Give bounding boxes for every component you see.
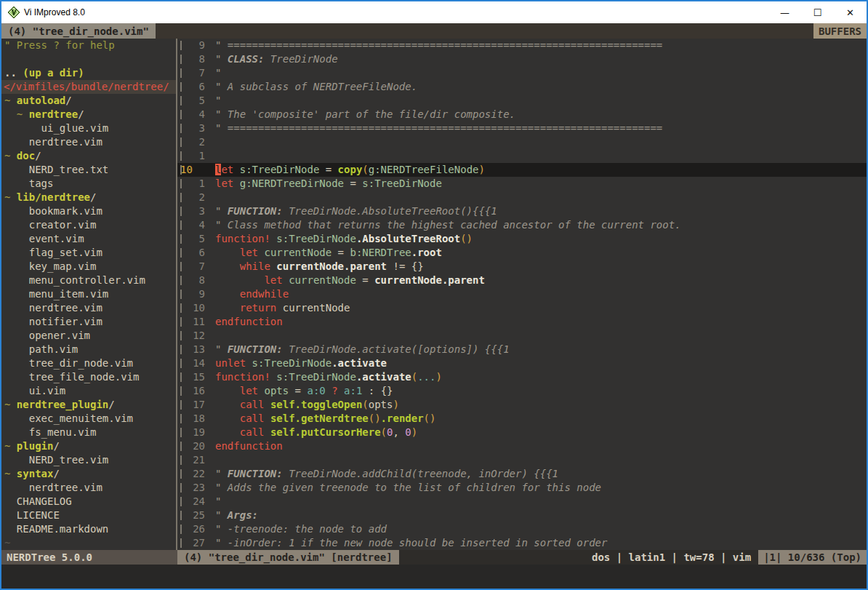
tree-item-file[interactable]: tree_file_node.vim [1,370,176,384]
fold-column-icon [177,345,186,354]
tab-active-buffer[interactable]: (4) "tree_dir_node.vim" [1,23,156,39]
dir-open-tilde-icon: ~ [4,108,29,120]
line-number: 16 [186,384,205,398]
tree-item-file[interactable]: CHANGELOG [1,495,176,509]
fold-column-icon [177,455,186,465]
tree-item-file[interactable]: opener.vim [1,329,176,343]
code-text: " FUNCTION: TreeDirNode.addChild(treenod… [205,467,558,481]
code-line[interactable]: 17 call self.toggleOpen(opts) [177,398,867,412]
tree-item-file[interactable]: creator.vim [1,218,176,232]
tree-item-dir[interactable]: ~ doc/ [1,149,176,163]
tree-item-dir[interactable]: ~ plugin/ [1,439,176,453]
code-line[interactable]: 9 endwhile [177,287,867,301]
code-text: " FUNCTION: TreeDirNode.activate([option… [205,343,510,356]
tree-item-file[interactable]: flag_set.vim [1,246,176,260]
code-line[interactable]: 6 let currentNode = b:NERDTree.root [177,246,867,260]
code-text: " [205,66,221,80]
code-line[interactable]: 13" FUNCTION: TreeDirNode.activate([opti… [177,343,867,356]
tree-item-file[interactable]: tree_dir_node.vim [1,356,176,370]
code-text: let g:NERDTreeDirNode = s:TreeDirNode [205,177,442,191]
fold-column-icon [177,317,186,327]
code-line[interactable]: 3" =====================================… [177,121,867,135]
dir-name: syntax [17,468,54,479]
code-line[interactable]: 2 [177,191,867,204]
tree-item-file[interactable]: ui.vim [1,384,176,398]
code-line[interactable]: 24" [177,495,867,509]
code-line[interactable]: 5" [177,94,867,108]
code-line[interactable]: 8" CLASS: TreeDirNode [177,52,867,66]
code-line[interactable]: 6" A subclass of NERDTreeFileNode. [177,80,867,94]
code-text: endwhile [205,287,289,301]
code-line-current[interactable]: 10let s:TreeDirNode = copy(g:NERDTreeFil… [177,163,867,177]
tree-item-file[interactable]: tags [1,177,176,191]
tree-item-file[interactable]: nerdtree.vim [1,301,176,315]
code-line[interactable]: 20endfunction [177,439,867,453]
line-number: 27 [186,536,205,550]
code-line[interactable]: 27" -inOrder: 1 if the new node should b… [177,536,867,550]
code-line[interactable]: 25" Args: [177,509,867,522]
line-number: 18 [186,412,205,426]
tree-item-file[interactable]: NERD_tree.vim [1,453,176,467]
code-line[interactable]: 2 [177,135,867,149]
line-number: 25 [186,509,205,522]
tree-item-file[interactable]: README.markdown [1,522,176,536]
code-line[interactable]: 23" Adds the given treenode to the list … [177,481,867,495]
status-bar: NERDTree 5.0.0 (4) "tree_dir_node.vim" [… [1,550,867,565]
code-line[interactable]: 1 [177,149,867,163]
tree-item-file[interactable]: nerdtree.vim [1,481,176,495]
code-line[interactable]: 14unlet s:TreeDirNode.activate [177,356,867,370]
code-line[interactable]: 15function! s:TreeDirNode.activate(...) [177,370,867,384]
code-line[interactable]: 21 [177,453,867,467]
tree-item-file[interactable]: menu_item.vim [1,287,176,301]
line-number: 21 [186,453,205,467]
code-text: endfunction [205,315,283,329]
dir-name: lib/nerdtree [17,191,90,203]
command-line[interactable] [1,565,867,589]
code-line[interactable]: 12 [177,329,867,343]
code-line[interactable]: 3" FUNCTION: TreeDirNode.AbsoluteTreeRoo… [177,204,867,218]
code-line[interactable]: 7" [177,66,867,80]
tree-item-dir[interactable]: ~ nerdtree/ [1,108,176,121]
tree-item-dir[interactable]: ~ autoload/ [1,94,176,108]
tree-item-file[interactable]: menu_controller.vim [1,274,176,287]
tree-item-file[interactable]: notifier.vim [1,315,176,329]
tree-item-file[interactable]: LICENCE [1,509,176,522]
close-button[interactable]: ✕ [834,1,867,23]
code-text: " The 'composite' part of the file/dir c… [205,108,515,121]
code-line[interactable]: 4" Class method that returns the highest… [177,218,867,232]
code-line[interactable]: 9" =====================================… [177,39,867,52]
code-line[interactable]: 5function! s:TreeDirNode.AbsoluteTreeRoo… [177,232,867,246]
tree-item-file[interactable]: nerdtree.vim [1,135,176,149]
tree-item-file[interactable]: ui_glue.vim [1,121,176,135]
code-line[interactable]: 1let g:NERDTreeDirNode = s:TreeDirNode [177,177,867,191]
code-text: let currentNode = b:NERDTree.root [205,246,442,260]
code-line[interactable]: 8 let currentNode = currentNode.parent [177,274,867,287]
tree-item-file[interactable]: bookmark.vim [1,204,176,218]
tree-item-file[interactable]: exec_menuitem.vim [1,412,176,426]
code-line[interactable]: 4" The 'composite' part of the file/dir … [177,108,867,121]
fold-column-icon [177,359,186,368]
code-line[interactable]: 18 call self.getNerdtree().render() [177,412,867,426]
code-line[interactable]: 19 call self.putCursorHere(0, 0) [177,426,867,439]
tree-root-path[interactable]: </vimfiles/bundle/nerdtree/ [1,80,176,94]
tree-item-dir[interactable]: ~ syntax/ [1,467,176,481]
code-text: endfunction [205,439,283,453]
code-line[interactable]: 22" FUNCTION: TreeDirNode.addChild(treen… [177,467,867,481]
tree-item-file[interactable]: event.vim [1,232,176,246]
code-line[interactable]: 16 let opts = a:0 ? a:1 : {} [177,384,867,398]
tree-item-dir[interactable]: ~ lib/nerdtree/ [1,191,176,204]
tree-item-dir[interactable]: ~ nerdtree_plugin/ [1,398,176,412]
tree-item-file[interactable]: NERD_tree.txt [1,163,176,177]
code-line[interactable]: 11endfunction [177,315,867,329]
maximize-button[interactable]: ☐ [801,1,834,23]
code-line[interactable]: 26" -treenode: the node to add [177,522,867,536]
minimize-button[interactable]: — [768,1,801,23]
tree-item-file[interactable]: fs_menu.vim [1,426,176,439]
code-line[interactable]: 10 return currentNode [177,301,867,315]
code-text: let currentNode = currentNode.parent [205,274,485,287]
tree-item-file[interactable]: path.vim [1,343,176,356]
tree-item-file[interactable]: key_map.vim [1,260,176,274]
tree-up-a-dir[interactable]: .. (up a dir) [1,66,176,80]
line-number: 23 [186,481,205,495]
code-line[interactable]: 7 while currentNode.parent != {} [177,260,867,274]
